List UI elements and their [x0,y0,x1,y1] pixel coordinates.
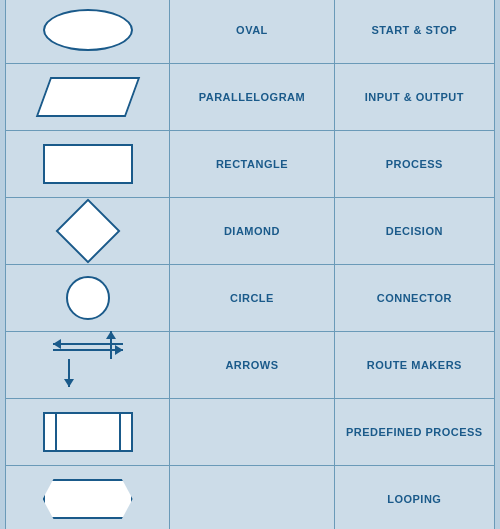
arrow-down-icon [68,359,70,387]
table-row: CIRCLE CONNECTOR [6,265,494,332]
name-cell-oval: OVAL [170,0,334,63]
parallelogram-shape [35,77,140,117]
arrow-right-icon [53,349,123,351]
use-cell-predefined: PREDEFINED PROCESS [335,399,494,465]
shape-label-rectangle: RECTANGLE [216,158,288,170]
diamond-shape [55,198,120,263]
arrows-vertical [53,359,123,387]
use-label-rectangle: PROCESS [386,158,443,170]
shape-cell-arrows [6,332,170,398]
arrow-left-icon [53,343,123,345]
shape-label-diamond: DIAMOND [224,225,280,237]
shape-label-parallelogram: PARALLELOGRAM [199,91,306,103]
arrows-shape [49,339,127,391]
name-cell-parallelogram: PARALLELOGRAM [170,64,334,130]
predefined-shape [43,412,133,452]
rectangle-shape [43,144,133,184]
use-cell-arrows: ROUTE MAKERS [335,332,494,398]
table-row: DIAMOND DECISION [6,198,494,265]
shape-label-oval: OVAL [236,24,268,36]
name-cell-arrows: ARROWS [170,332,334,398]
use-cell-oval: START & STOP [335,0,494,63]
use-cell-parallelogram: INPUT & OUTPUT [335,64,494,130]
name-cell-diamond: DIAMOND [170,198,334,264]
name-cell-circle: CIRCLE [170,265,334,331]
shape-label-arrows: ARROWS [225,359,278,371]
table-row: PARALLELOGRAM INPUT & OUTPUT [6,64,494,131]
use-cell-looping: LOOPING [335,466,494,529]
use-label-looping: LOOPING [387,493,441,505]
arrows-horizontal [53,343,123,351]
use-cell-diamond: DECISION [335,198,494,264]
table-row: ARROWS ROUTE MAKERS [6,332,494,399]
looping-shape [43,479,133,519]
shape-cell-predefined [6,399,170,465]
flowchart-table: OVAL START & STOP PARALLELOGRAM INPUT & … [5,0,495,529]
shape-cell-rectangle [6,131,170,197]
name-cell-rectangle: RECTANGLE [170,131,334,197]
oval-shape [43,9,133,51]
name-cell-predefined [170,399,334,465]
use-cell-circle: CONNECTOR [335,265,494,331]
table-row: RECTANGLE PROCESS [6,131,494,198]
table-row: PREDEFINED PROCESS [6,399,494,466]
shape-label-circle: CIRCLE [230,292,274,304]
use-label-parallelogram: INPUT & OUTPUT [365,91,464,103]
name-cell-looping [170,466,334,529]
use-label-circle: CONNECTOR [377,292,452,304]
use-cell-rectangle: PROCESS [335,131,494,197]
use-label-predefined: PREDEFINED PROCESS [346,426,483,438]
table-row: OVAL START & STOP [6,0,494,64]
table-row: LOOPING [6,466,494,529]
use-label-diamond: DECISION [386,225,443,237]
shape-cell-looping [6,466,170,529]
shape-cell-circle [6,265,170,331]
diamond-wrapper [58,201,118,261]
shape-cell-oval [6,0,170,63]
circle-shape [66,276,110,320]
shape-cell-parallelogram [6,64,170,130]
shape-cell-diamond [6,198,170,264]
use-label-arrows: ROUTE MAKERS [367,359,462,371]
arrow-up-icon [110,331,112,359]
use-label-oval: START & STOP [371,24,457,36]
